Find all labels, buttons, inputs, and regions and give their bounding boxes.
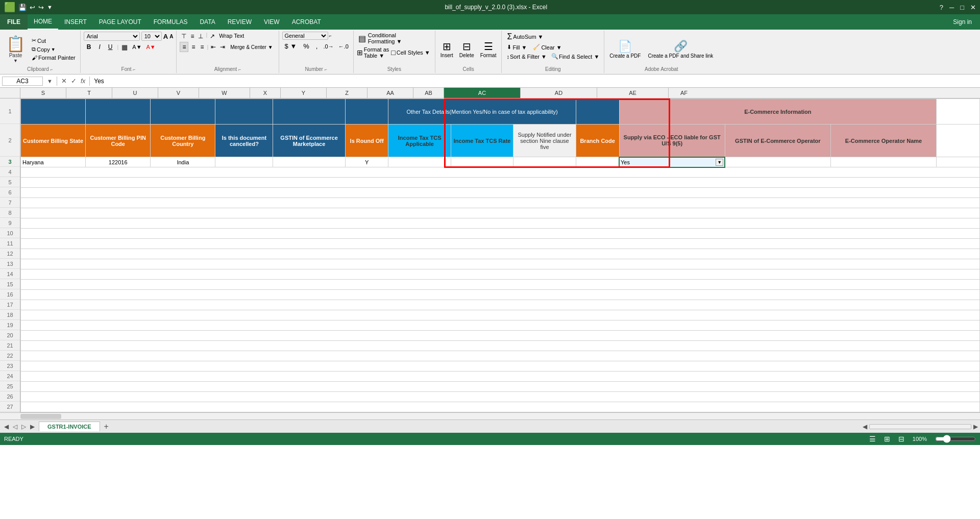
increase-decimal[interactable]: .0→ (322, 43, 335, 50)
col-header-Z[interactable]: Z (327, 88, 368, 98)
sort-filter-button[interactable]: ↕ Sort & Filter ▼ (505, 53, 548, 60)
row-num-4[interactable]: 4 (0, 167, 20, 177)
view-page-break[interactable]: ⊟ (898, 435, 904, 443)
page-layout-menu[interactable]: PAGE LAYOUT (93, 14, 148, 30)
bold-button[interactable]: B (84, 42, 94, 52)
cell-AC1-merged[interactable]: E-Commerce Information (619, 99, 937, 125)
row-num-20[interactable]: 20 (0, 330, 20, 340)
cut-button[interactable]: ✂ Cut (30, 37, 77, 44)
fill-color-button[interactable]: A▼ (131, 43, 143, 51)
cell-Z2[interactable]: Income Tax TCS Rate (451, 125, 513, 157)
comma-button[interactable]: , (313, 41, 321, 51)
cell-W1[interactable] (273, 99, 345, 125)
col-header-S[interactable]: S (20, 88, 66, 98)
view-menu[interactable]: VIEW (258, 14, 286, 30)
decrease-font-size[interactable]: A (169, 34, 173, 39)
row-num-18[interactable]: 18 (0, 310, 20, 320)
acrobat-menu[interactable]: ACROBAT (286, 14, 327, 30)
paste-button[interactable]: 📋 Paste ▼ (3, 33, 28, 65)
row-num-5[interactable]: 5 (0, 177, 20, 187)
indent-decrease-button[interactable]: ⇤ (209, 42, 217, 52)
clear-button[interactable]: 🧹 Clear ▼ (531, 43, 564, 51)
row-num-19[interactable]: 19 (0, 320, 20, 330)
cell-X2[interactable]: Is Round Off (345, 125, 388, 157)
cell-Y2[interactable]: Income Tax TCS Applicable (388, 125, 451, 157)
nav-prev[interactable]: ◁ (11, 423, 19, 430)
sign-in[interactable]: Sign in (953, 18, 980, 26)
percent-button[interactable]: % (301, 41, 312, 51)
review-menu[interactable]: REVIEW (222, 14, 258, 30)
quick-save[interactable]: 💾 (18, 4, 27, 11)
row-num-6[interactable]: 6 (0, 187, 20, 197)
autosum-button[interactable]: Σ AutoSum ▼ (505, 32, 545, 42)
cell-AA2[interactable]: Supply Notified under section Nine claus… (513, 125, 576, 157)
create-pdf-button[interactable]: 📄 Create a PDF (607, 39, 643, 60)
row-num-22[interactable]: 22 (0, 351, 20, 361)
row-num-25[interactable]: 25 (0, 381, 20, 391)
zoom-slider[interactable] (935, 435, 976, 443)
col-header-AE[interactable]: AE (597, 88, 669, 98)
horizontal-scrollbar[interactable] (0, 412, 980, 419)
cell-AC3[interactable]: Yes ▼ (619, 157, 725, 167)
cell-U2[interactable]: Customer Billing Country (151, 125, 215, 157)
format-button[interactable]: ☰ Format (478, 39, 499, 59)
cell-AF3[interactable] (937, 157, 980, 167)
cell-S1[interactable] (21, 99, 86, 125)
cell-Y1-merged[interactable]: Other Tax Details(Mention Yes/No in case… (388, 99, 576, 125)
cell-AE2[interactable]: E-Commerce Operator Name (830, 125, 936, 157)
font-size-select[interactable]: 10 (141, 32, 162, 41)
cell-S3[interactable]: Haryana (21, 157, 86, 167)
cell-AB2[interactable]: Branch Code (576, 125, 619, 157)
col-header-W[interactable]: W (199, 88, 250, 98)
customize-qat[interactable]: ▼ (47, 4, 53, 10)
help-button[interactable]: ? (940, 4, 943, 11)
underline-button[interactable]: U (105, 42, 116, 52)
home-menu[interactable]: HOME (28, 14, 58, 30)
copy-button[interactable]: ⧉ Copy ▼ (30, 45, 77, 53)
insert-button[interactable]: ⊞ Insert (438, 39, 455, 59)
cell-AD2[interactable]: GSTIN of E-Commerce Operator (725, 125, 830, 157)
currency-button[interactable]: $ ▼ (282, 41, 300, 51)
row-num-7[interactable]: 7 (0, 197, 20, 208)
view-normal[interactable]: ☰ (869, 435, 876, 443)
cell-V3[interactable] (215, 157, 273, 167)
fill-button[interactable]: ⬇ Fill ▼ (505, 43, 529, 51)
row-num-11[interactable]: 11 (0, 238, 20, 249)
cell-U1[interactable] (151, 99, 215, 125)
find-select-button[interactable]: 🔍 Find & Select ▼ (550, 53, 601, 60)
add-sheet-button[interactable]: + (100, 422, 113, 431)
minimize-button[interactable]: ─ (949, 4, 954, 11)
cell-W3[interactable] (273, 157, 345, 167)
cell-reference-input[interactable] (2, 77, 43, 86)
font-color-button[interactable]: A▼ (145, 43, 157, 51)
cell-Z3[interactable] (451, 157, 513, 167)
confirm-formula[interactable]: ✓ (69, 77, 79, 85)
row-num-1[interactable]: 1 (0, 98, 20, 124)
cell-W2[interactable]: GSTIN of Ecommerce Marketplace (273, 125, 345, 157)
align-right-button[interactable]: ≡ (198, 42, 206, 52)
wrap-text-button[interactable]: Wrap Text (217, 32, 246, 41)
row-num-21[interactable]: 21 (0, 340, 20, 351)
data-menu[interactable]: DATA (193, 14, 221, 30)
row-num-10[interactable]: 10 (0, 228, 20, 238)
row-num-26[interactable]: 26 (0, 391, 20, 402)
indent-increase-button[interactable]: ⇥ (218, 42, 227, 52)
quick-undo[interactable]: ↩ (30, 4, 35, 11)
number-format-select[interactable]: General (282, 32, 328, 40)
increase-font-size[interactable]: A (163, 33, 168, 40)
cell-AF1[interactable] (937, 99, 980, 125)
col-header-AC[interactable]: AC (444, 88, 521, 98)
cell-X1[interactable] (345, 99, 388, 125)
col-header-V[interactable]: V (158, 88, 199, 98)
insert-menu[interactable]: INSERT (58, 14, 93, 30)
close-button[interactable]: ✕ (970, 4, 976, 11)
row-num-16[interactable]: 16 (0, 289, 20, 300)
align-bottom-button[interactable]: ⊥ (197, 32, 205, 41)
col-header-AB[interactable]: AB (413, 88, 444, 98)
cell-T1[interactable] (86, 99, 151, 125)
cell-V1[interactable] (215, 99, 273, 125)
file-menu[interactable]: FILE (0, 14, 28, 30)
cell-T2[interactable]: Customer Billing PIN Code (86, 125, 151, 157)
row-num-2[interactable]: 2 (0, 124, 20, 157)
cell-AE3[interactable] (830, 157, 936, 167)
